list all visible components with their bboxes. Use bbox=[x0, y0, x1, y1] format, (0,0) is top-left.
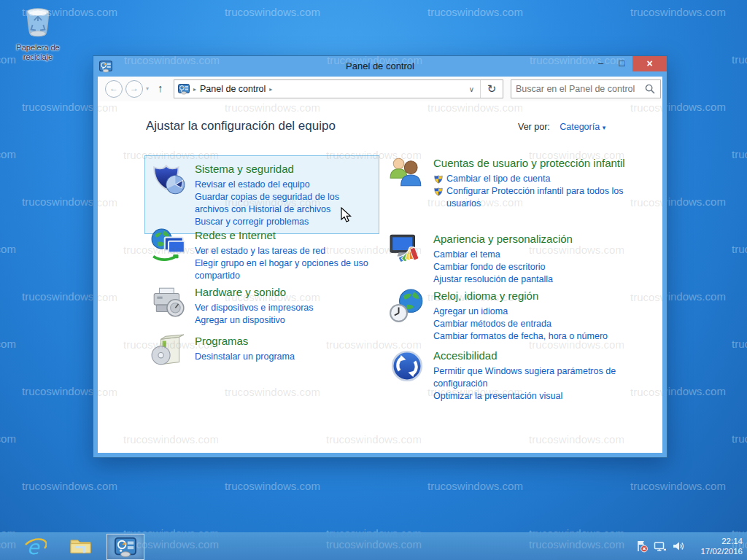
sistema-seguridad-icon[interactable] bbox=[150, 161, 187, 198]
cuentas-usuario-icon[interactable] bbox=[389, 155, 425, 192]
window-title: Panel de control bbox=[93, 56, 667, 77]
watermark-text: trucoswindows.com bbox=[732, 432, 747, 445]
link-reloj-idioma-2[interactable]: Cambiar formatos de fecha, hora o número bbox=[433, 330, 608, 343]
link-cuentas-usuario-1[interactable]: Configurar Protección infantil para todo… bbox=[433, 185, 635, 210]
link-text[interactable]: Guardar copias de seguridad de los archi… bbox=[195, 191, 374, 216]
link-sistema-seguridad-2[interactable]: Buscar y corregir problemas bbox=[195, 216, 374, 228]
view-by-dropdown[interactable]: Categoría bbox=[560, 122, 600, 132]
link-sistema-seguridad-1[interactable]: Guardar copias de seguridad de los archi… bbox=[195, 191, 374, 216]
link-apariencia-2[interactable]: Ajustar resolución de pantalla bbox=[433, 273, 573, 286]
watermark-text: trucoswindows.com bbox=[123, 433, 219, 446]
programas-icon[interactable] bbox=[150, 333, 187, 370]
accesibilidad-icon[interactable] bbox=[389, 348, 425, 384]
file-explorer-icon bbox=[69, 535, 92, 558]
link-text[interactable]: Elegir grupo en el hogar y opciones de u… bbox=[195, 257, 379, 282]
link-text[interactable]: Cambiar el tema bbox=[433, 249, 500, 261]
category-apariencia: Apariencia y personalizaciónCambiar el t… bbox=[389, 231, 573, 286]
link-text[interactable]: Revisar el estado del equipo bbox=[195, 179, 310, 191]
link-sistema-seguridad-0[interactable]: Revisar el estado del equipo bbox=[195, 179, 374, 191]
clock-time: 22:14 bbox=[694, 536, 743, 546]
breadcrumb-arrow-icon[interactable]: ▸ bbox=[269, 86, 272, 93]
view-by-label: Ver por: bbox=[518, 122, 550, 132]
watermark-text: trucoswindows.com bbox=[732, 338, 747, 350]
link-text[interactable]: Buscar y corregir problemas bbox=[195, 216, 309, 228]
reloj-idioma-icon[interactable] bbox=[389, 288, 425, 324]
link-text[interactable]: Cambiar el tipo de cuenta bbox=[446, 173, 550, 185]
link-text[interactable]: Cambiar fondo de escritorio bbox=[433, 261, 546, 273]
link-redes-internet-0[interactable]: Ver el estado y las tareas de red bbox=[195, 245, 379, 257]
breadcrumb-arrow-icon[interactable]: ▸ bbox=[193, 86, 196, 93]
watermark-text: trucoswindows.com bbox=[98, 196, 117, 209]
watermark-text: trucoswindows.com bbox=[0, 432, 16, 445]
watermark-text: trucoswindows.com bbox=[630, 386, 662, 398]
category-title-redes-internet[interactable]: Redes e Internet bbox=[195, 228, 379, 242]
search-box[interactable] bbox=[511, 79, 661, 98]
view-by-dropdown-icon[interactable]: ▾ bbox=[603, 124, 606, 131]
minimize-button[interactable]: – bbox=[590, 56, 611, 71]
link-text[interactable]: Ver dispositivos e impresoras bbox=[195, 302, 314, 314]
network-icon[interactable] bbox=[654, 540, 667, 553]
link-text[interactable]: Ver el estado y las tareas de red bbox=[195, 245, 325, 257]
redes-internet-icon[interactable] bbox=[150, 228, 187, 264]
category-title-hardware-sonido[interactable]: Hardware y sonido bbox=[195, 285, 314, 299]
link-programas-0[interactable]: Desinstalar un programa bbox=[195, 351, 295, 363]
taskbar-item-control-panel[interactable] bbox=[107, 534, 144, 560]
link-text[interactable]: Permitir que Windows sugiera parámetros … bbox=[433, 365, 635, 390]
clock[interactable]: 22:14 17/02/2016 bbox=[694, 536, 743, 556]
link-text[interactable]: Cambiar métodos de entrada bbox=[433, 318, 551, 330]
link-apariencia-1[interactable]: Cambiar fondo de escritorio bbox=[433, 261, 573, 273]
link-hardware-sonido-0[interactable]: Ver dispositivos e impresoras bbox=[195, 302, 314, 314]
watermark-text: trucoswindows.com bbox=[529, 433, 624, 446]
uac-shield-icon bbox=[433, 186, 444, 197]
category-redes-internet: Redes e InternetVer el estado y las tare… bbox=[150, 228, 379, 282]
recent-pages-dropdown-icon[interactable]: ▾ bbox=[146, 85, 149, 92]
link-hardware-sonido-1[interactable]: Agregar un dispositivo bbox=[195, 314, 314, 327]
category-title-reloj-idioma[interactable]: Reloj, idioma y región bbox=[433, 289, 608, 303]
desktop: { "watermark": { "text": "trucoswindows.… bbox=[0, 0, 747, 560]
link-accesibilidad-1[interactable]: Optimizar la presentación visual bbox=[433, 390, 635, 402]
address-bar[interactable]: ▸ Panel de control ▸ ∨ ↻ bbox=[174, 79, 503, 98]
address-dropdown-icon[interactable]: ∨ bbox=[469, 85, 474, 93]
hardware-sonido-icon[interactable] bbox=[150, 284, 187, 321]
maximize-button[interactable]: □ bbox=[611, 56, 632, 71]
search-input[interactable] bbox=[511, 84, 645, 94]
search-icon[interactable] bbox=[645, 84, 655, 94]
link-text[interactable]: Agregar un idioma bbox=[433, 306, 508, 318]
recycle-bin[interactable]: Papelera de reciclaje bbox=[6, 6, 70, 62]
link-text[interactable]: Optimizar la presentación visual bbox=[433, 390, 562, 402]
watermark-text: trucoswindows.com bbox=[630, 480, 726, 492]
breadcrumb-location[interactable]: Panel de control bbox=[200, 84, 266, 94]
action-center-flag-icon[interactable] bbox=[635, 540, 649, 553]
taskbar-item-internet-explorer[interactable]: e bbox=[16, 534, 54, 560]
link-text[interactable]: Cambiar formatos de fecha, hora o número bbox=[433, 330, 608, 343]
volume-icon[interactable] bbox=[672, 540, 685, 553]
link-apariencia-0[interactable]: Cambiar el tema bbox=[433, 249, 573, 261]
category-title-programas[interactable]: Programas bbox=[195, 334, 295, 348]
link-text[interactable]: Agregar un dispositivo bbox=[195, 314, 285, 327]
link-text[interactable]: Configurar Protección infantil para todo… bbox=[446, 185, 635, 210]
link-accesibilidad-0[interactable]: Permitir que Windows sugiera parámetros … bbox=[433, 365, 635, 390]
recycle-bin-label: Papelera de reciclaje bbox=[6, 43, 70, 62]
up-button[interactable]: ↑ bbox=[158, 82, 163, 94]
close-button[interactable]: × bbox=[632, 56, 667, 71]
back-button[interactable]: ← bbox=[105, 80, 123, 98]
link-reloj-idioma-0[interactable]: Agregar un idioma bbox=[433, 306, 608, 318]
link-text[interactable]: Desinstalar un programa bbox=[195, 351, 295, 363]
watermark-text: trucoswindows.com bbox=[427, 480, 523, 492]
category-title-accesibilidad[interactable]: Accesibilidad bbox=[433, 349, 635, 362]
watermark-text: trucoswindows.com bbox=[326, 433, 422, 446]
taskbar-item-file-explorer[interactable] bbox=[61, 534, 99, 560]
link-cuentas-usuario-0[interactable]: Cambiar el tipo de cuenta bbox=[433, 173, 635, 185]
category-title-sistema-seguridad[interactable]: Sistema y seguridad bbox=[195, 162, 374, 176]
link-redes-internet-1[interactable]: Elegir grupo en el hogar y opciones de u… bbox=[195, 257, 379, 282]
forward-button[interactable]: → bbox=[125, 80, 143, 98]
category-title-cuentas-usuario[interactable]: Cuentas de usuario y protección infantil bbox=[433, 156, 635, 170]
category-cuentas-usuario: Cuentas de usuario y protección infantil… bbox=[389, 155, 635, 210]
link-reloj-idioma-1[interactable]: Cambiar métodos de entrada bbox=[433, 318, 608, 330]
refresh-button[interactable]: ↻ bbox=[480, 80, 503, 98]
recycle-bin-icon[interactable] bbox=[21, 29, 55, 42]
link-text[interactable]: Ajustar resolución de pantalla bbox=[433, 273, 553, 286]
category-title-apariencia[interactable]: Apariencia y personalización bbox=[433, 232, 573, 246]
window-titlebar[interactable]: Panel de control – □ × trucoswindows.com… bbox=[93, 56, 667, 77]
apariencia-icon[interactable] bbox=[389, 231, 425, 268]
